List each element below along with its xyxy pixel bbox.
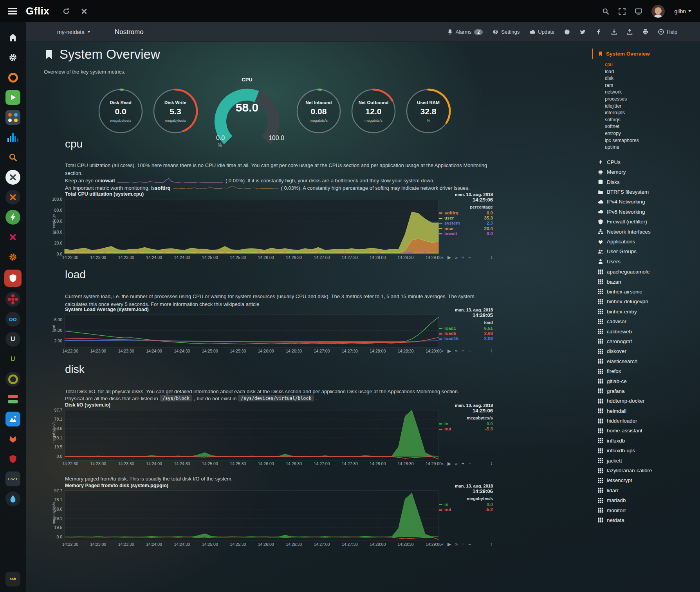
alarms-button[interactable]: Alarms 2 <box>447 29 483 35</box>
menu-diskover[interactable]: diskover <box>592 346 698 356</box>
facebook-icon[interactable] <box>595 29 601 35</box>
legend-row-softirq[interactable]: softirq0.0 <box>439 211 493 216</box>
menu-btrfs-filesystem[interactable]: BTRFS filesystem <box>592 187 698 197</box>
menu-firefox[interactable]: firefox <box>592 366 698 376</box>
gauge-used-ram[interactable]: Used RAM32.8% <box>404 87 453 146</box>
legend-row-iowait[interactable]: iowait0.0 <box>439 231 493 236</box>
menu-memory[interactable]: Memory <box>592 167 698 177</box>
chart-resize-handle[interactable]: ↕ <box>491 460 493 466</box>
app-icon-pills[interactable] <box>5 392 20 407</box>
menu-sub-softirqs[interactable]: softirqs <box>605 117 698 124</box>
avatar[interactable] <box>651 5 665 18</box>
menu-system-overview[interactable]: System Overview <box>592 49 698 59</box>
menu-netdata[interactable]: netdata <box>592 515 698 525</box>
twitter-icon[interactable] <box>580 29 586 35</box>
chart-play-button[interactable]: ▶ <box>447 255 451 260</box>
gauge-disk-write[interactable]: Disk Write5.3megabytes/s <box>151 87 200 146</box>
menu-network-interfaces[interactable]: Network Interfaces <box>592 227 698 236</box>
app-icon-u-white[interactable]: U <box>5 332 20 347</box>
github-icon[interactable] <box>564 29 570 35</box>
cast-icon[interactable] <box>635 8 642 15</box>
menu-sub-interrupts[interactable]: interrupts <box>605 110 698 117</box>
chart-play-button[interactable]: ▶ <box>447 348 451 354</box>
menu-sub-disk[interactable]: disk <box>605 75 698 82</box>
app-icon-u-green[interactable]: U <box>5 352 20 367</box>
menu-sub-idlejitter[interactable]: idlejitter <box>605 103 698 110</box>
chart-play-button[interactable]: ▶ <box>447 461 451 466</box>
app-icon-ring-orange[interactable] <box>5 70 20 85</box>
legend-row-in[interactable]: in0.0 <box>439 502 493 507</box>
chart-skip-forward-button[interactable]: » <box>455 255 458 260</box>
fullscreen-icon[interactable] <box>619 8 626 15</box>
menu-sub-ram[interactable]: ram <box>605 82 698 89</box>
menu-ipv6-networking[interactable]: IPv6 Networking <box>592 207 698 217</box>
chart-skip-back-button[interactable]: « <box>441 348 444 354</box>
menu-influxdb-ups[interactable]: influxdb-ups <box>592 446 698 455</box>
close-icon[interactable] <box>81 8 88 15</box>
menu-mariadb[interactable]: mariadb <box>592 495 698 505</box>
chart-zoom-out-button[interactable]: − <box>468 461 471 466</box>
chart-skip-back-button[interactable]: « <box>441 542 444 547</box>
gauge-disk-read[interactable]: Disk Read0.0megabytes/s <box>96 87 145 146</box>
menu-sub-entropy[interactable]: entropy <box>605 130 698 137</box>
server-dropdown[interactable]: my-netdata <box>57 29 90 35</box>
legend-row-nice[interactable]: nice20.4 <box>439 226 493 231</box>
menu-bazarr[interactable]: bazarr <box>592 277 698 286</box>
chart-skip-back-button[interactable]: « <box>441 255 444 260</box>
chart-zoom-in-button[interactable]: + <box>462 348 464 354</box>
legend-row-user[interactable]: user35.3 <box>439 216 493 221</box>
app-icon-shield-red[interactable] <box>5 452 20 466</box>
app-icon-mountain-blue[interactable] <box>5 412 20 426</box>
legend-row-out[interactable]: out-5.3 <box>439 426 493 432</box>
app-icon-x-magenta[interactable] <box>5 230 20 245</box>
menu-firewall-netfilter[interactable]: Firewall (netfilter) <box>592 217 698 227</box>
menu-elasticsearch[interactable]: elasticsearch <box>592 356 698 366</box>
app-icon-dots[interactable] <box>5 110 20 125</box>
hostname[interactable]: Nostromo <box>115 28 144 36</box>
menu-cpus[interactable]: CPUs <box>592 157 698 167</box>
menu-sub-load[interactable]: load <box>605 68 698 76</box>
menu-home-assistant[interactable]: home-assistant <box>592 426 698 435</box>
chart-zoom-out-button[interactable]: − <box>468 255 471 260</box>
home-icon[interactable] <box>5 30 20 45</box>
refresh-icon[interactable] <box>63 8 70 15</box>
settings-gear-icon[interactable] <box>5 50 20 65</box>
chart-toolbar[interactable]: «▶»+− <box>441 348 471 354</box>
menu-binhex-airsonic[interactable]: binhex-airsonic <box>592 287 698 297</box>
help-button[interactable]: Help <box>658 29 677 35</box>
menu-applications[interactable]: Applications <box>592 237 698 247</box>
menu-hiddenloader[interactable]: hiddenloader <box>592 416 698 426</box>
app-icon-bolt-green[interactable] <box>5 210 20 225</box>
menu-jackett[interactable]: jackett <box>592 455 698 465</box>
menu-letsencrypt[interactable]: letsencrypt <box>592 475 698 485</box>
app-icon-drop[interactable] <box>5 491 20 506</box>
menu-sub-network[interactable]: network <box>605 89 698 96</box>
update-button[interactable]: Update <box>529 29 554 35</box>
menu-apacheguacamole[interactable]: apacheguacamole <box>592 267 698 277</box>
chart-canvas[interactable]: 2.004.006.0014:22:3014:23:0014:23:3014:2… <box>49 313 441 358</box>
menu-sub-processes[interactable]: processes <box>605 96 698 103</box>
menu-gitlab-ce[interactable]: gitlab-ce <box>592 376 698 386</box>
menu-sub-cpu[interactable]: cpu <box>605 61 698 68</box>
app-icon-gitlab-fox[interactable] <box>5 432 20 446</box>
chart-canvas[interactable]: 0.020.040.060.080.0100.014:22:3014:23:00… <box>49 198 441 264</box>
legend-row-load1[interactable]: load16.51 <box>439 326 493 331</box>
app-icon-gear-orange[interactable] <box>5 250 20 265</box>
menu-influxdb[interactable]: influxdb <box>592 436 698 446</box>
menu-cadvisor[interactable]: cadvisor <box>592 317 698 326</box>
chart-zoom-in-button[interactable]: + <box>462 255 464 260</box>
menu-lazylibrarian-calibre[interactable]: lazylibrarian-calibre <box>592 466 698 475</box>
app-icon-dark-x[interactable] <box>5 190 20 205</box>
chart-zoom-out-button[interactable]: − <box>468 542 471 547</box>
chart-resize-handle[interactable]: ↕ <box>491 347 493 353</box>
gauge-net-outbound[interactable]: Net Outbound12.0megabits/s <box>349 87 398 146</box>
menu-users[interactable]: Users <box>592 257 698 266</box>
legend-row-load15[interactable]: load152.06 <box>439 336 493 341</box>
chart-skip-back-button[interactable]: « <box>441 461 444 466</box>
app-icon-emby[interactable] <box>5 90 20 105</box>
chart-resize-handle[interactable]: ↕ <box>491 254 493 260</box>
app-icon-flower[interactable] <box>5 292 20 307</box>
app-icon-lazy[interactable]: LAZY <box>5 471 20 486</box>
app-icon-active-shield[interactable] <box>4 270 22 287</box>
app-icon-ring-olive[interactable] <box>5 372 20 387</box>
